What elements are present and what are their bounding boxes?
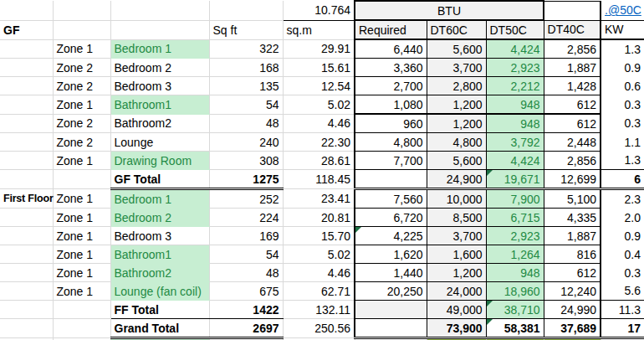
zone-cell[interactable]: Zone 1 — [53, 245, 110, 264]
room-cell[interactable]: Bathroom1 — [110, 95, 209, 115]
room-cell[interactable]: Bedroom 1 — [110, 189, 209, 209]
kw-cell[interactable]: 0.4 — [601, 245, 644, 264]
dt50c-cell[interactable]: 7,900 — [486, 189, 544, 209]
kw-cell[interactable]: 2.3 — [601, 189, 644, 209]
sqft-cell[interactable]: 135 — [209, 77, 283, 95]
empty-cell[interactable] — [0, 282, 53, 301]
dt50c-cell[interactable]: 18,960 — [486, 282, 544, 301]
required-cell[interactable]: 2,700 — [355, 77, 427, 95]
dt60c-cell[interactable]: 5,600 — [427, 39, 486, 59]
dt50c-header[interactable]: DT50C — [486, 20, 544, 39]
sqm-cell[interactable]: 12.54 — [283, 77, 355, 95]
grand-total-dt50[interactable]: 58,381 — [486, 319, 544, 338]
empty-cell[interactable] — [0, 319, 53, 338]
empty-cell[interactable] — [53, 170, 110, 189]
required-cell[interactable]: 20,250 — [355, 282, 427, 301]
required-header[interactable]: Required — [355, 20, 427, 39]
sqm-cell[interactable]: 23.41 — [283, 189, 355, 209]
empty-cell[interactable] — [355, 170, 427, 189]
sqft-cell[interactable]: 675 — [209, 282, 283, 301]
kw-cell[interactable]: 1.3 — [601, 39, 644, 59]
dt40c-cell[interactable]: 1,428 — [544, 77, 601, 95]
dt40c-cell[interactable]: 12,240 — [544, 282, 601, 301]
ff-floor-label[interactable]: First Floor — [0, 189, 53, 209]
empty-cell[interactable] — [53, 20, 110, 39]
kw-cell[interactable]: 0.3 — [601, 95, 644, 115]
kw-cell[interactable]: 1.1 — [601, 133, 644, 152]
kw-cell[interactable]: 2.0 — [601, 209, 644, 227]
dt40c-cell[interactable]: 1,887 — [544, 59, 601, 77]
required-cell[interactable]: 1,620 — [355, 245, 427, 264]
dt60c-cell[interactable]: 3,700 — [427, 59, 486, 77]
empty-cell[interactable] — [0, 95, 53, 115]
sqft-cell[interactable]: 240 — [209, 133, 283, 152]
kw-cell[interactable]: 0.6 — [601, 77, 644, 95]
kw-cell[interactable]: 1.3 — [601, 152, 644, 170]
sqm-cell[interactable]: 22.30 — [283, 133, 355, 152]
dt60c-cell[interactable]: 24,000 — [427, 282, 486, 301]
gf-total-label[interactable]: GF Total — [110, 170, 209, 189]
sqm-cell[interactable]: 4.46 — [283, 264, 355, 282]
grand-total-dt60[interactable]: 73,900 — [427, 319, 486, 338]
required-cell[interactable]: 7,560 — [355, 189, 427, 209]
dt50c-cell[interactable]: 3,792 — [486, 133, 544, 152]
dt50c-cell[interactable]: 2,923 — [486, 227, 544, 245]
grand-total-kw[interactable]: 17 — [601, 319, 644, 338]
zone-cell[interactable]: Zone 2 — [53, 114, 110, 133]
dt40c-cell[interactable]: 816 — [544, 245, 601, 264]
empty-cell[interactable] — [209, 1, 283, 20]
empty-cell[interactable] — [0, 59, 53, 77]
room-cell[interactable]: Lounge (fan coil) — [110, 282, 209, 301]
room-cell[interactable]: Bedroom 2 — [110, 59, 209, 77]
empty-cell[interactable] — [0, 39, 53, 59]
empty-cell[interactable] — [0, 301, 53, 319]
sqft-cell[interactable]: 54 — [209, 245, 283, 264]
gf-total-kw[interactable]: 6 — [601, 170, 644, 189]
zone-cell[interactable]: Zone 1 — [53, 39, 110, 59]
empty-cell[interactable] — [355, 319, 427, 338]
gf-total-dt60[interactable]: 24,900 — [427, 170, 486, 189]
dt60c-cell[interactable]: 1,200 — [427, 114, 486, 133]
grand-total-sqm[interactable]: 250.56 — [283, 319, 355, 338]
empty-cell[interactable] — [110, 1, 209, 20]
required-cell[interactable]: 960 — [355, 114, 427, 133]
empty-cell[interactable] — [0, 209, 53, 227]
zone-cell[interactable]: Zone 1 — [53, 189, 110, 209]
empty-cell[interactable] — [53, 319, 110, 338]
dt50c-cell[interactable]: 2,212 — [486, 77, 544, 95]
ff-total-label[interactable]: FF Total — [110, 301, 209, 319]
dt50c-cell[interactable]: 1,264 — [486, 245, 544, 264]
required-cell[interactable]: 3,360 — [355, 59, 427, 77]
grand-total-label[interactable]: Grand Total — [110, 319, 209, 338]
empty-cell[interactable] — [53, 1, 110, 20]
sqm-cell[interactable]: 15.70 — [283, 227, 355, 245]
zone-cell[interactable]: Zone 1 — [53, 282, 110, 301]
room-cell[interactable]: Bedroom 3 — [110, 227, 209, 245]
at50c-cell[interactable]: .@50C — [601, 1, 644, 20]
ff-total-kw[interactable]: 11.3 — [601, 301, 644, 319]
ff-total-dt50[interactable]: 38,710 — [486, 301, 544, 319]
zone-cell[interactable]: Zone 1 — [53, 152, 110, 170]
zone-cell[interactable]: Zone 1 — [53, 209, 110, 227]
dt50c-cell[interactable]: 948 — [486, 95, 544, 115]
empty-cell[interactable] — [0, 245, 53, 264]
zone-cell[interactable]: Zone 2 — [53, 59, 110, 77]
empty-cell[interactable] — [0, 264, 53, 282]
gf-total-sqm[interactable]: 118.45 — [283, 170, 355, 189]
sqft-cell[interactable]: 48 — [209, 264, 283, 282]
dt40c-header[interactable]: DT40C — [544, 20, 601, 39]
room-cell[interactable]: Bathroom2 — [110, 264, 209, 282]
room-cell[interactable]: Bedroom 2 — [110, 209, 209, 227]
grand-total-sqft[interactable]: 2697 — [209, 319, 283, 338]
dt60c-cell[interactable]: 3,700 — [427, 227, 486, 245]
dt50c-cell[interactable]: 948 — [486, 264, 544, 282]
empty-cell[interactable] — [544, 1, 601, 20]
dt60c-cell[interactable]: 2,800 — [427, 77, 486, 95]
sqm-header[interactable]: sq.m — [283, 20, 355, 39]
sqm-cell[interactable]: 28.61 — [283, 152, 355, 170]
sqft-cell[interactable]: 252 — [209, 189, 283, 209]
required-cell[interactable]: 4,225 — [355, 227, 427, 245]
empty-cell[interactable] — [0, 1, 53, 20]
gf-total-sqft[interactable]: 1275 — [209, 170, 283, 189]
dt40c-cell[interactable]: 2,856 — [544, 39, 601, 59]
